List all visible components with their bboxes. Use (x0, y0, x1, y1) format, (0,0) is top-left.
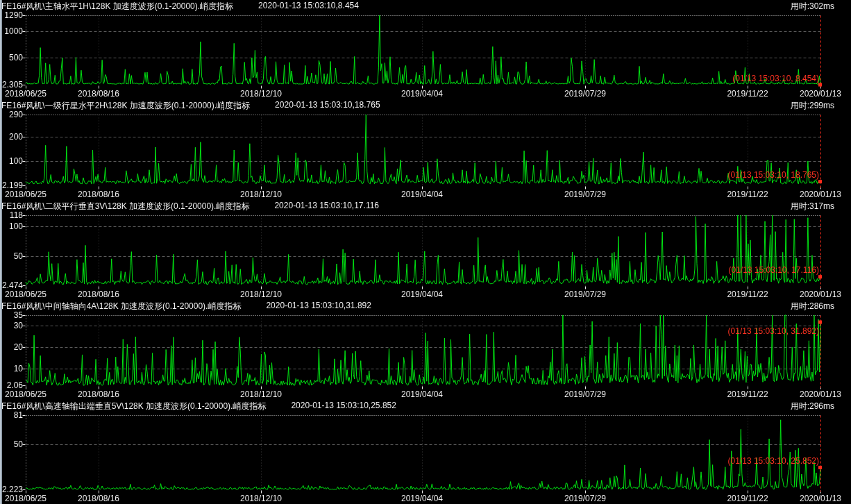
x-axis-date-label: 2019/07/29 (562, 389, 608, 399)
cursor-value-annotation: (01/13 15:03:10, 31.892) (694, 326, 819, 336)
x-axis-date-label: 2018/08/16 (76, 494, 121, 503)
y-axis-tick-label: 1000 (0, 26, 23, 36)
y-axis-tick-label: 2.223 (0, 485, 23, 494)
elapsed-time-label: 用时:302ms (791, 1, 834, 12)
x-axis-date-label: 2018/08/16 (76, 289, 121, 299)
y-axis-tick-label: 81 (0, 410, 23, 420)
y-axis-tick-label: 2.06 (0, 380, 23, 390)
x-axis-date-label: 2018/08/16 (76, 389, 121, 399)
monitor-app-window: FE16#风机\主轴水平1H\128K 加速度波形(0.1-20000).峭度指… (0, 0, 851, 504)
x-axis-date-label: 2019/04/04 (399, 89, 445, 99)
cursor-value-annotation: (01/13 15:03:10, 17.116) (694, 265, 819, 275)
y-axis-tick-label: 20 (0, 342, 23, 352)
trend-plot-canvas-5[interactable] (0, 400, 851, 504)
x-axis-date-label: 2018/08/16 (76, 190, 121, 199)
x-axis-date-label: 2018/12/10 (238, 494, 284, 503)
y-axis-tick-label: 290 (0, 110, 23, 119)
chart-timestamp: 2020-01-13 15:03:10,25.852 (291, 401, 396, 412)
chart-timestamp: 2020-01-13 15:03:10,8.454 (258, 1, 359, 12)
x-axis-date-label: 2019/11/22 (725, 494, 770, 503)
chart-panel-5: FE16#风机\高速轴输出端垂直5V\128K 加速度波形(0.1-20000)… (0, 400, 851, 504)
x-axis-date-label: 2020/01/13 (798, 389, 843, 399)
y-axis-tick-label: 118 (0, 210, 23, 220)
x-axis-date-label: 2019/11/22 (725, 190, 770, 199)
x-axis-date-label: 2020/01/13 (798, 289, 843, 299)
x-axis-date-label: 2019/11/22 (725, 289, 770, 299)
chart-title: FE16#风机\主轴水平1H\128K 加速度波形(0.1-20000).峭度指… (1, 1, 233, 12)
chart-header: FE16#风机\一级行星水平2H\128K 加速度波形(0.1-20000).峭… (1, 100, 851, 111)
y-axis-tick-label: 2.474 (0, 280, 23, 290)
x-axis-date-label: 2019/07/29 (562, 494, 608, 503)
x-axis-date-label: 2019/04/04 (399, 494, 445, 503)
chart-panel-1: FE16#风机\主轴水平1H\128K 加速度波形(0.1-20000).峭度指… (0, 0, 851, 99)
x-axis-date-label: 2018/06/25 (3, 89, 49, 99)
x-axis-date-label: 2019/07/29 (562, 190, 608, 199)
y-axis-tick-label: 200 (0, 132, 23, 142)
y-axis-tick-label: 35 (0, 310, 23, 320)
chart-panel-3: FE16#风机\二级平行垂直3V\128K 加速度波形(0.1-20000).峭… (0, 200, 851, 300)
x-axis-date-label: 2019/04/04 (399, 289, 445, 299)
cursor-value-annotation: (01/13 15:03:10, 18.765) (694, 170, 819, 180)
x-axis-date-label: 2019/11/22 (725, 89, 770, 99)
x-axis-date-label: 2018/12/10 (238, 89, 284, 99)
y-axis-tick-label: 10 (0, 364, 23, 373)
trend-plot-canvas-2[interactable] (0, 99, 851, 200)
chart-title: FE16#风机\中间轴轴向4A\128K 加速度波形(0.1-20000).峭度… (1, 301, 241, 312)
chart-header: FE16#风机\主轴水平1H\128K 加速度波形(0.1-20000).峭度指… (1, 1, 851, 12)
cursor-value-annotation: (01/13 15:03:10, 8.454) (694, 74, 819, 83)
x-axis-date-label: 2018/12/10 (238, 389, 284, 399)
x-axis-date-label: 2018/12/10 (238, 289, 284, 299)
y-axis-tick-label: 100 (0, 221, 23, 231)
chart-timestamp: 2020-01-13 15:03:10,17.116 (274, 201, 379, 212)
cursor-value-annotation: (01/13 15:03:10, 25.852) (694, 456, 819, 466)
chart-header: FE16#风机\二级平行垂直3V\128K 加速度波形(0.1-20000).峭… (1, 201, 851, 212)
chart-panel-4: FE16#风机\中间轴轴向4A\128K 加速度波形(0.1-20000).峭度… (0, 300, 851, 400)
elapsed-time-label: 用时:286ms (791, 301, 834, 312)
y-axis-tick-label: 100 (0, 156, 23, 166)
chart-panel-2: FE16#风机\一级行星水平2H\128K 加速度波形(0.1-20000).峭… (0, 99, 851, 200)
y-axis-tick-label: 2.305 (0, 80, 23, 90)
trend-plot-canvas-4[interactable] (0, 300, 851, 400)
chart-timestamp: 2020-01-13 15:03:10,31.892 (266, 301, 371, 312)
x-axis-date-label: 2018/06/25 (3, 494, 49, 503)
x-axis-date-label: 2020/01/13 (798, 89, 843, 99)
x-axis-date-label: 2020/01/13 (798, 190, 843, 199)
x-axis-date-label: 2019/07/29 (562, 89, 608, 99)
y-axis-tick-label: 1290 (0, 10, 23, 20)
chart-header: FE16#风机\中间轴轴向4A\128K 加速度波形(0.1-20000).峭度… (1, 301, 851, 312)
elapsed-time-label: 用时:296ms (791, 401, 834, 412)
y-axis-tick-label: 50 (0, 439, 23, 449)
chart-title: FE16#风机\二级平行垂直3V\128K 加速度波形(0.1-20000).峭… (1, 201, 249, 212)
chart-title: FE16#风机\一级行星水平2H\128K 加速度波形(0.1-20000).峭… (1, 100, 250, 111)
y-axis-tick-label: 500 (0, 53, 23, 62)
y-axis-tick-label: 2.199 (0, 180, 23, 190)
trend-plot-canvas-1[interactable] (0, 0, 851, 99)
x-axis-date-label: 2019/07/29 (562, 289, 608, 299)
x-axis-date-label: 2018/06/25 (3, 389, 49, 399)
x-axis-date-label: 2020/01/13 (798, 494, 843, 503)
window-edge-strip (0, 0, 2, 504)
x-axis-date-label: 2019/04/04 (399, 389, 445, 399)
elapsed-time-label: 用时:317ms (791, 201, 834, 212)
chart-title: FE16#风机\高速轴输出端垂直5V\128K 加速度波形(0.1-20000)… (1, 401, 266, 412)
x-axis-date-label: 2018/12/10 (238, 190, 284, 199)
y-axis-tick-label: 50 (0, 251, 23, 261)
x-axis-date-label: 2019/04/04 (399, 190, 445, 199)
x-axis-date-label: 2018/08/16 (76, 89, 121, 99)
elapsed-time-label: 用时:299ms (791, 100, 834, 112)
x-axis-date-label: 2018/06/25 (3, 289, 49, 299)
chart-timestamp: 2020-01-13 15:03:10,18.765 (275, 100, 380, 111)
trend-plot-canvas-3[interactable] (0, 200, 851, 300)
y-axis-tick-label: 30 (0, 321, 23, 330)
x-axis-date-label: 2019/11/22 (725, 389, 770, 399)
chart-header: FE16#风机\高速轴输出端垂直5V\128K 加速度波形(0.1-20000)… (1, 401, 851, 412)
x-axis-date-label: 2018/06/25 (3, 190, 49, 199)
